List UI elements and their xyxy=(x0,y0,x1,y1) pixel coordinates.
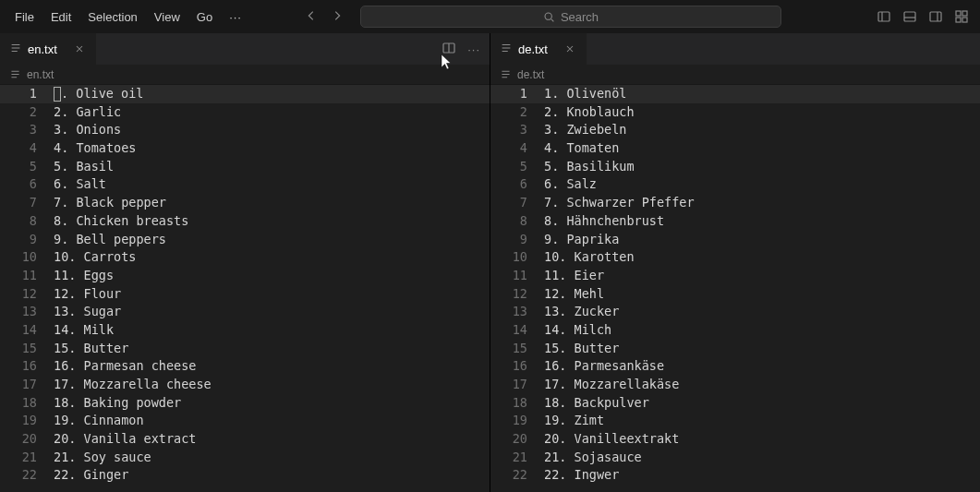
editor-line[interactable]: 1818. Baking powder xyxy=(0,394,490,413)
tab-de-txt[interactable]: de.txt xyxy=(490,33,587,65)
editor-line[interactable]: 1111. Eggs xyxy=(0,267,490,285)
editor-line[interactable]: 22. Knoblauch xyxy=(490,103,980,122)
editor-line[interactable]: 66. Salt xyxy=(0,175,490,194)
line-number: 19 xyxy=(0,412,54,430)
editor-line[interactable]: 1616. Parmesankäse xyxy=(490,357,980,376)
editor-line[interactable]: 2121. Sojasauce xyxy=(490,449,980,467)
file-icon xyxy=(500,42,513,57)
line-number: 21 xyxy=(0,449,54,467)
search-input[interactable]: Search xyxy=(360,6,781,28)
line-number: 2 xyxy=(490,103,544,122)
editor-line[interactable]: 99. Paprika xyxy=(490,231,980,249)
nav-forward-icon[interactable] xyxy=(331,9,344,25)
split-editor-icon[interactable] xyxy=(442,41,456,58)
menu-view[interactable]: View xyxy=(147,6,188,28)
editor-line[interactable]: 1717. Mozzarella cheese xyxy=(0,376,490,394)
editor-line[interactable]: 1313. Sugar xyxy=(0,303,490,321)
menu-go[interactable]: Go xyxy=(189,6,220,28)
editor-line[interactable]: 2020. Vanilleextrakt xyxy=(490,430,980,449)
line-content: 5. Basil xyxy=(54,158,114,176)
editor-line[interactable]: 1212. Mehl xyxy=(490,285,980,304)
editor-line[interactable]: 1010. Carrots xyxy=(0,248,490,267)
line-number: 9 xyxy=(0,231,54,249)
title-bar: File Edit Selection View Go ··· Search xyxy=(0,0,980,33)
search-icon xyxy=(543,11,555,23)
tab-close-icon[interactable] xyxy=(72,42,87,56)
line-content: 12. Flour xyxy=(54,285,121,304)
line-content: 21. Sojasauce xyxy=(544,449,642,467)
customize-layout-icon[interactable] xyxy=(954,9,969,24)
editor-line[interactable]: 55. Basil xyxy=(0,158,490,176)
editor-line[interactable]: 55. Basilikum xyxy=(490,158,980,176)
line-content: 20. Vanilleextrakt xyxy=(544,430,679,449)
line-content: 11. Eggs xyxy=(54,267,114,285)
editor-line[interactable]: 77. Black pepper xyxy=(0,194,490,212)
toggle-panel-icon[interactable] xyxy=(902,9,917,24)
svg-rect-5 xyxy=(930,12,941,21)
editor-line[interactable]: 2121. Soy sauce xyxy=(0,449,490,467)
line-number: 22 xyxy=(0,466,54,485)
line-number: 22 xyxy=(490,466,544,485)
line-number: 12 xyxy=(0,285,54,304)
editor-line[interactable]: 33. Zwiebeln xyxy=(490,121,980,139)
svg-rect-10 xyxy=(962,18,967,22)
editor-right[interactable]: 11. Olivenöl22. Knoblauch33. Zwiebeln44.… xyxy=(490,85,980,492)
editor-line[interactable]: 1313. Zucker xyxy=(490,303,980,321)
line-number: 18 xyxy=(490,394,544,413)
editor-line[interactable]: 2222. Ingwer xyxy=(490,466,980,485)
line-content: 10. Carrots xyxy=(54,248,136,267)
line-content: 4. Tomaten xyxy=(544,139,619,158)
editor-line[interactable]: 99. Bell peppers xyxy=(0,231,490,249)
breadcrumb-right[interactable]: de.txt xyxy=(490,65,980,85)
editor-line[interactable]: 44. Tomaten xyxy=(490,139,980,158)
editor-line[interactable]: 1919. Zimt xyxy=(490,412,980,430)
editor-line[interactable]: 1919. Cinnamon xyxy=(0,412,490,430)
line-content: 19. Cinnamon xyxy=(54,412,144,430)
more-actions-icon[interactable]: ··· xyxy=(467,42,480,56)
menu-selection[interactable]: Selection xyxy=(80,6,144,28)
editor-line[interactable]: 33. Onions xyxy=(0,121,490,139)
editor-line[interactable]: 11. Olivenöl xyxy=(490,85,980,103)
editor-left[interactable]: 1. Olive oil22. Garlic33. Onions44. Toma… xyxy=(0,85,490,492)
editor-line[interactable]: 1414. Milk xyxy=(0,321,490,340)
toggle-primary-sidebar-icon[interactable] xyxy=(877,9,891,24)
editor-line[interactable]: 2222. Ginger xyxy=(0,466,490,485)
editor-line[interactable]: 1111. Eier xyxy=(490,267,980,285)
menu-more[interactable]: ··· xyxy=(222,6,249,28)
line-content: 2. Knoblauch xyxy=(544,103,635,122)
editor-line[interactable]: 1414. Milch xyxy=(490,321,980,340)
toggle-secondary-sidebar-icon[interactable] xyxy=(928,9,943,24)
editor-line[interactable]: 88. Chicken breasts xyxy=(0,212,490,231)
line-content: 12. Mehl xyxy=(544,285,604,304)
line-number: 16 xyxy=(0,357,54,376)
svg-rect-9 xyxy=(956,18,961,22)
line-number: 2 xyxy=(0,103,54,122)
editor-line[interactable]: 1010. Karotten xyxy=(490,248,980,267)
editor-line[interactable]: 2020. Vanilla extract xyxy=(0,430,490,449)
line-content: 13. Sugar xyxy=(54,303,121,321)
nav-back-icon[interactable] xyxy=(305,9,318,25)
line-content: 13. Zucker xyxy=(544,303,619,321)
editor-line[interactable]: 1616. Parmesan cheese xyxy=(0,357,490,376)
editor-line[interactable]: 22. Garlic xyxy=(0,103,490,122)
editor-line[interactable]: 1515. Butter xyxy=(490,340,980,358)
line-content: 10. Karotten xyxy=(544,248,635,267)
tab-en-txt[interactable]: en.txt xyxy=(0,33,97,65)
svg-point-0 xyxy=(545,13,551,19)
line-content: 16. Parmesan cheese xyxy=(54,357,196,376)
editor-line[interactable]: 1515. Butter xyxy=(0,340,490,358)
breadcrumb-left[interactable]: en.txt xyxy=(0,65,490,85)
editor-line[interactable]: 66. Salz xyxy=(490,175,980,194)
editor-line[interactable]: 1818. Backpulver xyxy=(490,394,980,413)
menu-edit[interactable]: Edit xyxy=(43,6,79,28)
menu-file[interactable]: File xyxy=(7,6,42,28)
tab-close-icon[interactable] xyxy=(563,42,577,56)
editor-line[interactable]: 44. Tomatoes xyxy=(0,139,490,158)
editor-line[interactable]: 1. Olive oil xyxy=(0,85,490,103)
editor-line[interactable]: 88. Hähnchenbrust xyxy=(490,212,980,231)
editor-line[interactable]: 1717. Mozzarellakäse xyxy=(490,376,980,394)
editor-line[interactable]: 1212. Flour xyxy=(0,285,490,304)
line-content: 8. Chicken breasts xyxy=(54,212,188,231)
editor-line[interactable]: 77. Schwarzer Pfeffer xyxy=(490,194,980,212)
line-number: 19 xyxy=(490,412,544,430)
